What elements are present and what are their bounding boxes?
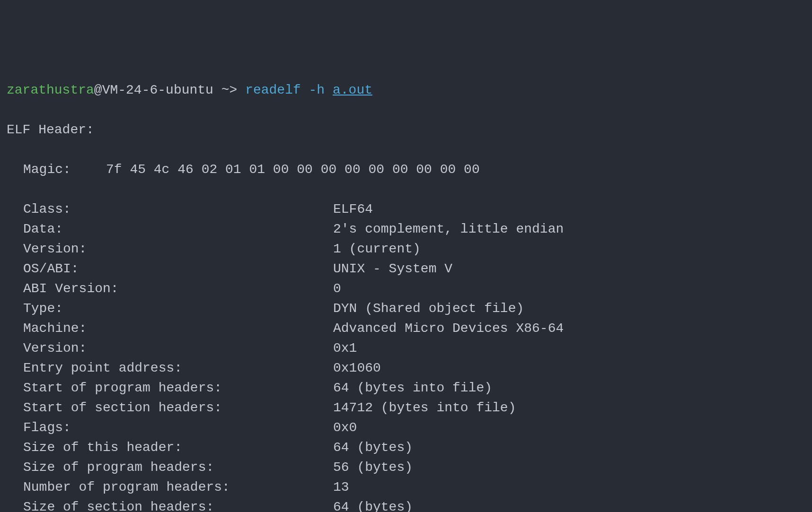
prompt-path: ~> [213,83,245,97]
elf-field-value: 0x0 [333,418,357,438]
elf-field-value: UNIX - System V [333,259,452,279]
command-text[interactable]: readelf -h [245,83,333,97]
elf-field-value: DYN (Shared object file) [333,299,524,319]
elf-field-row: Size of section headers:64 (bytes) [7,497,805,512]
elf-field-row: Data:2's complement, little endian [7,219,805,239]
elf-field-value: 64 (bytes) [333,438,413,458]
elf-field-label: Number of program headers: [23,477,333,497]
elf-field-row: Class:ELF64 [7,200,805,219]
elf-field-label: ABI Version: [23,279,333,299]
elf-field-label: Type: [23,299,333,319]
elf-field-value: 64 (bytes into file) [333,378,492,398]
elf-field-label: Flags: [23,418,333,438]
elf-field-value: 2's complement, little endian [333,219,564,239]
prompt-user: zarathustra [7,83,94,97]
elf-field-label: OS/ABI: [23,259,333,279]
elf-field-label: Size of program headers: [23,458,333,477]
elf-field-value: 56 (bytes) [333,458,413,477]
elf-field-value: 13 [333,477,349,497]
elf-field-row: Type:DYN (Shared object file) [7,299,805,319]
elf-magic-value: 7f 45 4c 46 02 01 01 00 00 00 00 00 00 0… [106,160,488,180]
elf-field-row: Start of program headers:64 (bytes into … [7,378,805,398]
prompt-line: zarathustra@VM-24-6-ubuntu ~> readelf -h… [7,80,805,100]
elf-field-value: 0x1060 [333,358,381,378]
command-filename[interactable]: a.out [333,83,372,97]
elf-field-value: 1 (current) [333,239,421,259]
elf-field-label: Data: [23,219,333,239]
elf-field-label: Start of section headers: [23,398,333,418]
elf-field-value: Advanced Micro Devices X86-64 [333,319,564,338]
prompt-at: @ [94,83,102,97]
elf-field-row: Version:1 (current) [7,239,805,259]
elf-field-label: Class: [23,200,333,219]
elf-field-row: Flags:0x0 [7,418,805,438]
elf-field-label: Entry point address: [23,358,333,378]
elf-header-title: ELF Header: [7,120,805,140]
elf-field-row: Start of section headers:14712 (bytes in… [7,398,805,418]
elf-field-label: Version: [23,239,333,259]
elf-magic-row: Magic:7f 45 4c 46 02 01 01 00 00 00 00 0… [7,160,805,180]
elf-field-label: Machine: [23,319,333,338]
elf-field-value: 0 [333,279,341,299]
elf-field-value: ELF64 [333,200,373,219]
elf-field-label: Size of this header: [23,438,333,458]
elf-field-row: Size of this header:64 (bytes) [7,438,805,458]
elf-field-row: OS/ABI:UNIX - System V [7,259,805,279]
elf-field-value: 0x1 [333,338,357,358]
elf-field-row: ABI Version:0 [7,279,805,299]
elf-field-row: Size of program headers:56 (bytes) [7,458,805,477]
elf-magic-label: Magic: [23,160,106,180]
elf-field-row: Entry point address:0x1060 [7,358,805,378]
elf-field-row: Version:0x1 [7,338,805,358]
elf-field-label: Version: [23,338,333,358]
elf-field-label: Size of section headers: [23,497,333,512]
elf-field-row: Number of program headers:13 [7,477,805,497]
elf-field-row: Machine:Advanced Micro Devices X86-64 [7,319,805,338]
elf-field-value: 14712 (bytes into file) [333,398,516,418]
prompt-host: VM-24-6-ubuntu [102,83,213,97]
elf-field-label: Start of program headers: [23,378,333,398]
elf-field-value: 64 (bytes) [333,497,413,512]
